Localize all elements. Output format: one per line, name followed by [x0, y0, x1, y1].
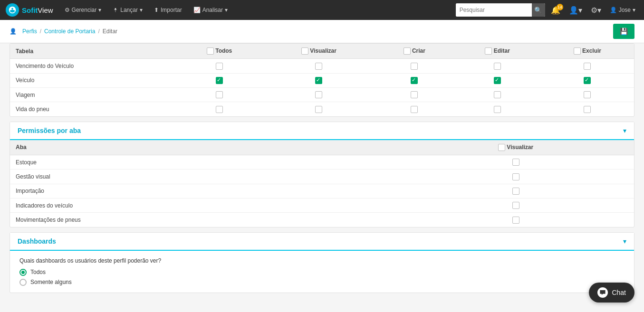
nav-lancar[interactable]: 🖈 Lançar ▾	[108, 0, 147, 20]
permissions-table-section: Tabela Todos Visualizar Criar	[10, 43, 634, 117]
chevron-down-icon: ▾	[140, 7, 143, 13]
breadcrumb-current: Editar	[103, 28, 117, 35]
radio-todos[interactable]: Todos	[19, 269, 625, 276]
aba-checkbox-0[interactable]	[512, 159, 519, 166]
aba-checkbox-4[interactable]	[512, 217, 519, 224]
checkbox-criar-3[interactable]	[411, 106, 418, 113]
dashboards-chevron[interactable]: ▾	[623, 237, 626, 245]
radio-todos-label: Todos	[30, 269, 46, 275]
checkbox-visualizar-0[interactable]	[315, 63, 322, 70]
checkbox-visualizar-1[interactable]	[315, 77, 322, 84]
brand: SofitView	[6, 3, 53, 17]
col-editar: Editar	[454, 44, 541, 59]
table-row: Gestão visual	[10, 170, 634, 184]
radio-somente-alguns-circle[interactable]	[19, 279, 27, 286]
search-button[interactable]: 🔍	[532, 3, 545, 17]
tab-permissions-section: Permissões por aba ▾ Aba Visualizar Esto…	[10, 122, 634, 227]
nav-lancar-label: Lançar	[120, 7, 138, 13]
checkbox-visualizar-3[interactable]	[315, 106, 322, 113]
cell-visualizar-2	[263, 87, 375, 102]
excluir-header-checkbox[interactable]	[574, 47, 581, 55]
notifications-badge: 14	[557, 4, 563, 10]
nav-importar[interactable]: ⬆ Importar	[149, 0, 187, 20]
checkbox-excluir-0[interactable]	[584, 63, 591, 70]
chevron-down-icon: ▾	[98, 7, 101, 13]
cell-excluir-0	[541, 59, 634, 73]
checkbox-criar-1[interactable]	[411, 77, 418, 84]
cell-editar-3	[454, 102, 541, 116]
aba-name-3: Indicadores do veículo	[10, 198, 397, 212]
radio-somente-alguns[interactable]: Somente alguns	[19, 279, 625, 286]
table-row: Movimentações de pneus	[10, 213, 634, 227]
save-button[interactable]: 💾	[613, 24, 634, 39]
profile-icon-btn[interactable]: 👤▾	[566, 6, 585, 15]
chat-icon	[597, 287, 608, 298]
row-name-3: Vida do pneu	[10, 102, 175, 116]
chat-button[interactable]: Chat	[589, 283, 634, 303]
cell-todos-2	[175, 87, 263, 102]
checkbox-excluir-1[interactable]	[584, 77, 591, 84]
checkbox-editar-1[interactable]	[494, 77, 501, 84]
import-icon: ⬆	[154, 7, 159, 13]
table-row: Viagem	[10, 87, 634, 102]
aba-checkbox-2[interactable]	[512, 188, 519, 195]
cell-criar-1	[375, 73, 454, 87]
checkbox-todos-3[interactable]	[216, 106, 223, 113]
checkbox-criar-2[interactable]	[411, 91, 418, 98]
checkbox-criar-0[interactable]	[411, 63, 418, 70]
editar-header-checkbox[interactable]	[485, 47, 492, 55]
permissions-table: Tabela Todos Visualizar Criar	[10, 44, 634, 116]
table-row: Vida do pneu	[10, 102, 634, 116]
table-row: Importação	[10, 184, 634, 198]
todos-header-checkbox[interactable]	[207, 47, 214, 55]
breadcrumb-sep2: /	[98, 28, 99, 35]
user-menu-btn[interactable]: 👤 Jose ▾	[607, 7, 638, 13]
nav-gerenciar[interactable]: ⚙ Gerenciar ▾	[60, 0, 106, 20]
search-input[interactable]	[456, 3, 532, 17]
checkbox-editar-3[interactable]	[494, 106, 501, 113]
aba-checkbox-1[interactable]	[512, 173, 519, 180]
col-aba-visualizar: Visualizar	[397, 140, 634, 155]
settings-icon-btn[interactable]: ⚙▾	[588, 6, 604, 15]
aba-checkbox-3[interactable]	[512, 202, 519, 209]
cell-todos-1	[175, 73, 263, 87]
table-row: Indicadores do veículo	[10, 198, 634, 212]
user-chevron-icon: ▾	[633, 7, 635, 13]
radio-todos-circle[interactable]	[19, 269, 27, 276]
checkbox-todos-0[interactable]	[216, 63, 223, 70]
search-box: 🔍	[456, 3, 545, 17]
cell-criar-0	[375, 59, 454, 73]
tab-permissions-chevron[interactable]: ▾	[623, 127, 626, 134]
notifications-btn[interactable]: 🔔 14	[548, 6, 563, 15]
checkbox-excluir-3[interactable]	[584, 106, 591, 113]
breadcrumb-perfis[interactable]: Perfis	[22, 28, 37, 35]
cell-excluir-1	[541, 73, 634, 87]
nav-analisar[interactable]: 📈 Analisar ▾	[189, 0, 232, 20]
col-criar: Criar	[375, 44, 454, 59]
tab-permissions-header: Permissões por aba ▾	[10, 122, 634, 140]
cell-todos-0	[175, 59, 263, 73]
breadcrumb-controle[interactable]: Controle de Portaria	[44, 28, 95, 35]
tab-permissions-title: Permissões por aba	[18, 127, 81, 134]
checkbox-editar-0[interactable]	[494, 63, 501, 70]
visualizar-header-checkbox[interactable]	[301, 47, 308, 55]
gear-icon: ⚙	[65, 7, 70, 13]
checkbox-visualizar-2[interactable]	[315, 91, 322, 98]
user-breadcrumb-icon: 👤	[10, 28, 17, 35]
nav-importar-label: Importar	[161, 7, 182, 13]
criar-header-checkbox[interactable]	[404, 47, 411, 55]
aba-visualizar-4	[397, 213, 634, 227]
checkbox-editar-2[interactable]	[494, 91, 501, 98]
tab-permissions-table: Aba Visualizar Estoque Gestão visual Imp…	[10, 140, 634, 227]
dashboards-body: Quais dashboards os usuários deste perfi…	[10, 251, 634, 293]
cell-criar-3	[375, 102, 454, 116]
checkbox-excluir-2[interactable]	[584, 91, 591, 98]
cell-visualizar-3	[263, 102, 375, 116]
breadcrumb-sep1: /	[40, 28, 41, 35]
cell-excluir-3	[541, 102, 634, 116]
checkbox-todos-2[interactable]	[216, 91, 223, 98]
checkbox-todos-1[interactable]	[216, 77, 223, 84]
aba-visualizar-header-checkbox[interactable]	[498, 144, 505, 151]
aba-visualizar-2	[397, 184, 634, 198]
cell-visualizar-0	[263, 59, 375, 73]
